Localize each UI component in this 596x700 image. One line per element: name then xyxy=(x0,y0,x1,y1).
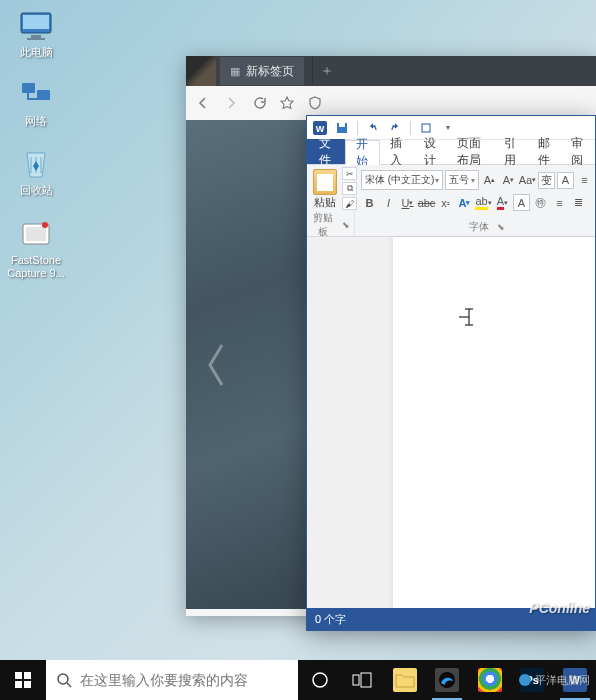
nav-forward-button[interactable] xyxy=(222,94,240,112)
ribbon-tab-mailings[interactable]: 邮件 xyxy=(528,139,562,164)
browser-new-tab-button[interactable]: ＋ xyxy=(312,57,340,85)
highlight-button[interactable]: ab▾ xyxy=(475,194,492,211)
nav-back-button[interactable] xyxy=(194,94,212,112)
desktop: 此电脑 网络 回收站 FastStone Capture 9... ▦ xyxy=(0,0,596,660)
ribbon-tab-file[interactable]: 文件 xyxy=(307,139,345,164)
phonetic-guide-button[interactable]: 变 xyxy=(538,172,555,189)
carousel-prev-button[interactable] xyxy=(204,341,228,389)
desktop-icon-recycle-bin[interactable]: 回收站 xyxy=(6,146,66,197)
clipboard-launcher[interactable]: ⬊ xyxy=(338,220,350,230)
font-launcher[interactable]: ⬊ xyxy=(493,222,505,232)
word-ribbon-tabs: 文件 开始 插入 设计 页面布局 引用 邮件 审阅 xyxy=(307,140,595,165)
browser-profile-avatar[interactable] xyxy=(186,56,216,86)
browser-icon xyxy=(435,668,459,692)
desktop-icon-label: FastStone Capture 9... xyxy=(7,254,64,280)
desktop-icon-faststone[interactable]: FastStone Capture 9... xyxy=(6,216,66,280)
ribbon-group-font: 宋体 (中文正文)▾ 五号▾ A▴ A▾ Aa▾ 变 A ≡ ⋮≡ B I U▾ xyxy=(355,165,596,236)
font-size-select[interactable]: 五号▾ xyxy=(445,170,479,190)
svg-point-19 xyxy=(313,673,327,687)
paste-button[interactable]: 粘贴 xyxy=(311,167,339,210)
new-tab-grid-icon: ▦ xyxy=(230,65,240,78)
browser-tab-new[interactable]: ▦ 新标签页 xyxy=(220,57,304,85)
taskbar-app-explorer[interactable] xyxy=(383,660,426,700)
task-view-button[interactable] xyxy=(341,660,384,700)
watermark-pconline: PConline xyxy=(529,600,590,616)
network-icon xyxy=(18,77,54,113)
desktop-icon-this-pc[interactable]: 此电脑 xyxy=(6,8,66,59)
word-count-label: 0 个字 xyxy=(315,612,346,627)
this-pc-icon xyxy=(18,8,54,44)
word-ribbon: 粘贴 ✂ ⧉ 🖌 剪贴板⬊ 宋体 (中文正文)▾ 五号▾ A▴ xyxy=(307,165,595,237)
desktop-icon-network[interactable]: 网络 xyxy=(6,77,66,128)
bullets-button[interactable]: ≡ xyxy=(576,172,593,189)
svg-rect-21 xyxy=(361,673,371,687)
svg-rect-4 xyxy=(22,83,35,93)
ribbon-tab-layout[interactable]: 页面布局 xyxy=(447,139,494,164)
font-group-label: 字体 xyxy=(469,220,489,234)
search-input[interactable] xyxy=(80,672,288,688)
svg-rect-17 xyxy=(24,681,31,688)
text-effects-button[interactable]: A▾ xyxy=(456,194,473,211)
folder-icon xyxy=(393,668,417,692)
nav-refresh-button[interactable] xyxy=(250,94,268,112)
bold-button[interactable]: B xyxy=(361,194,378,211)
taskbar-app-chrome[interactable] xyxy=(468,660,511,700)
desktop-icon-label: 网络 xyxy=(25,115,47,128)
search-icon xyxy=(56,672,72,688)
strikethrough-button[interactable]: abc xyxy=(418,194,435,211)
word-quick-access-toolbar: W ▾ xyxy=(307,116,595,140)
italic-button[interactable]: I xyxy=(380,194,397,211)
decrease-font-button[interactable]: A▾ xyxy=(500,172,517,189)
watermark-footer: 平洋电脑网 xyxy=(518,660,594,700)
cortana-button[interactable] xyxy=(298,660,341,700)
nav-shield-button[interactable] xyxy=(306,94,324,112)
text-cursor-icon xyxy=(459,307,473,325)
svg-rect-13 xyxy=(422,124,430,132)
paste-label: 粘贴 xyxy=(314,196,336,208)
taskbar-app-browser[interactable] xyxy=(426,660,469,700)
ribbon-tab-home[interactable]: 开始 xyxy=(345,140,381,165)
ribbon-tab-insert[interactable]: 插入 xyxy=(380,139,414,164)
qat-save-button[interactable] xyxy=(333,119,351,137)
increase-font-button[interactable]: A▴ xyxy=(481,172,498,189)
change-case-button[interactable]: Aa▾ xyxy=(519,172,536,189)
char-shading-button[interactable]: A xyxy=(513,194,530,211)
align-center-button[interactable]: ≣ xyxy=(570,194,587,211)
faststone-icon xyxy=(18,216,54,252)
qat-dropdown-button[interactable]: ▾ xyxy=(439,119,457,137)
ribbon-tab-design[interactable]: 设计 xyxy=(414,139,448,164)
enclose-char-button[interactable]: ㊕ xyxy=(532,194,549,211)
subscript-button[interactable]: x₂ xyxy=(437,194,454,211)
svg-rect-1 xyxy=(23,15,49,29)
nav-favorite-button[interactable] xyxy=(278,94,296,112)
font-row-2: B I U▾ abc x₂ A▾ ab▾ A▾ A ㊕ ≡ ≣ xyxy=(361,194,596,211)
browser-tab-label: 新标签页 xyxy=(246,63,294,80)
desktop-icon-label: 回收站 xyxy=(20,184,53,197)
svg-rect-3 xyxy=(27,38,45,40)
svg-rect-12 xyxy=(339,123,345,127)
font-row-1: 宋体 (中文正文)▾ 五号▾ A▴ A▾ Aa▾ 变 A ≡ ⋮≡ xyxy=(361,170,596,190)
desktop-icons: 此电脑 网络 回收站 FastStone Capture 9... xyxy=(6,8,66,280)
ribbon-group-clipboard: 粘贴 ✂ ⧉ 🖌 剪贴板⬊ xyxy=(307,165,355,236)
browser-titlebar[interactable]: ▦ 新标签页 ＋ xyxy=(186,56,596,86)
ribbon-tab-references[interactable]: 引用 xyxy=(494,139,528,164)
clipboard-group-label: 剪贴板 xyxy=(311,211,334,239)
char-border-button[interactable]: A xyxy=(557,172,574,189)
word-document-area[interactable] xyxy=(307,237,595,608)
start-button[interactable] xyxy=(0,660,46,700)
taskbar-search[interactable] xyxy=(46,660,298,700)
ribbon-tab-review[interactable]: 审阅 xyxy=(561,139,595,164)
svg-rect-15 xyxy=(24,672,31,679)
desktop-icon-label: 此电脑 xyxy=(20,46,53,59)
qat-separator xyxy=(357,121,358,135)
qat-undo-button[interactable] xyxy=(364,119,382,137)
align-left-button[interactable]: ≡ xyxy=(551,194,568,211)
underline-button[interactable]: U▾ xyxy=(399,194,416,211)
qat-separator xyxy=(410,121,411,135)
word-page[interactable] xyxy=(393,237,595,608)
paste-icon xyxy=(313,169,337,195)
font-name-select[interactable]: 宋体 (中文正文)▾ xyxy=(361,170,443,190)
recycle-bin-icon xyxy=(18,146,54,182)
font-color-button[interactable]: A▾ xyxy=(494,194,511,211)
svg-point-23 xyxy=(519,674,531,686)
